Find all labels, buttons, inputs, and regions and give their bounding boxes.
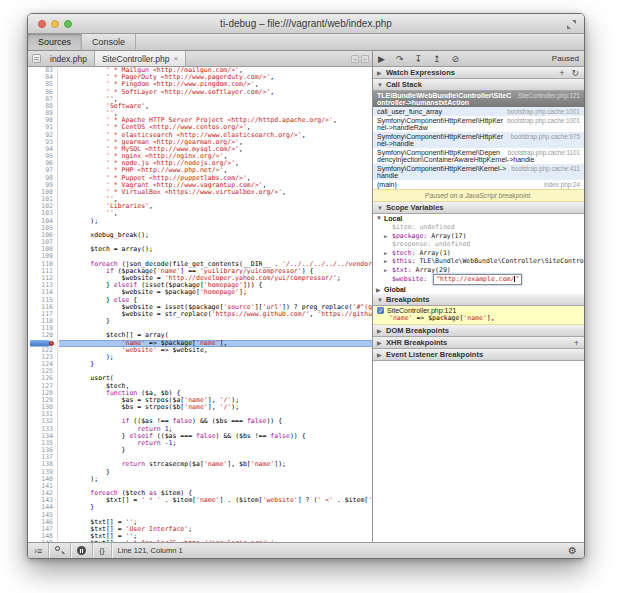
variable-value: undefined	[419, 223, 454, 231]
deactivate-breakpoints-button[interactable]: ⊘	[452, 52, 460, 66]
scope-variable-row[interactable]: $item: undefined	[373, 223, 584, 232]
code-line-140[interactable]: );	[59, 476, 372, 483]
collapse-triangle-icon[interactable]: ▶	[377, 349, 382, 361]
panel-tab-sources[interactable]: Sources	[28, 34, 82, 50]
collapse-triangle-icon[interactable]: ▶	[377, 337, 382, 349]
code-line-136[interactable]: }	[59, 447, 372, 454]
call-stack-frame[interactable]: bootstrap.php.cache:1101Symfony\Componen…	[373, 148, 584, 164]
refresh-watch-button[interactable]: ↻	[571, 67, 579, 79]
frame-location: SiteController.php:121	[518, 92, 580, 99]
scope-variable-row[interactable]: ▶$package: Array(17)	[373, 232, 584, 241]
resume-button[interactable]: ▶	[378, 52, 385, 66]
code-line-139[interactable]: }	[59, 469, 372, 476]
expand-triangle-icon[interactable]: ▼	[377, 79, 383, 91]
variable-name: $this:	[392, 257, 419, 265]
section-call-stack[interactable]: ▼ Call Stack	[373, 79, 584, 91]
frame-location: bootstrap.php.cache:975	[511, 133, 580, 140]
section-watch-expressions[interactable]: ▶ Watch Expressions + ↻	[373, 67, 584, 79]
tab-scroll-right-icon[interactable]: ▸	[361, 55, 369, 63]
frame-location: bootstrap.php.cache:411	[511, 165, 580, 172]
code-line-104[interactable]: );	[59, 218, 372, 225]
call-stack-frame[interactable]: SiteController.php:121TLE\Bundle\WebBund…	[373, 91, 584, 107]
panel-tab-console[interactable]: Console	[82, 34, 136, 50]
close-tab-icon[interactable]: ×	[173, 54, 178, 63]
code-line-103[interactable]: '',	[59, 210, 372, 217]
frame-location: bootstrap.php.cache:1001	[507, 108, 580, 115]
variable-value: Array(1)	[419, 249, 450, 257]
gutter-line-120[interactable]: 120	[28, 332, 57, 339]
section-dom-breakpoints[interactable]: ▶ DOM Breakpoints	[373, 325, 584, 337]
expand-triangle-icon[interactable]: ▼	[377, 294, 383, 306]
file-tab-index.php[interactable]: index.php	[43, 51, 95, 66]
scope-global-group[interactable]: ▶ Global	[373, 285, 584, 294]
scope-variable-row[interactable]: $response: undefined	[373, 240, 584, 249]
expand-triangle-icon[interactable]: ▼	[377, 202, 383, 214]
frame-location: bootstrap.php.cache:1101	[508, 149, 580, 156]
section-scope-variables[interactable]: ▼ Scope Variables	[373, 202, 584, 214]
debugger-sidebar: ▶↷↧↥⊘Paused ▶ Watch Expressions + ↻ ▼ Ca…	[372, 51, 584, 542]
code-line-124[interactable]: }	[59, 361, 372, 368]
breakpoint-entry[interactable]: ✓ SiteController.php:121 'name' => $pack…	[373, 306, 584, 325]
screen: ti-debug – file:///vagrant/web/index.php…	[0, 0, 628, 593]
scope-variable-row[interactable]: $website: "http://example.com/"	[373, 274, 584, 285]
file-navigator-icon[interactable]	[32, 54, 41, 63]
scope-variable-row[interactable]: ▶$tech: Array(1)	[373, 249, 584, 258]
code-line-143[interactable]: $txt[] = ' * ' . $item['name'] . ($item[…	[59, 497, 372, 504]
step-into-button[interactable]: ↧	[414, 52, 422, 66]
frame-location: bootstrap.php.cache:1001	[507, 117, 580, 124]
section-xhr-breakpoints[interactable]: ▶ XHR Breakpoints +	[373, 337, 584, 349]
breakpoint-checkbox[interactable]: ✓	[377, 307, 384, 314]
scope-local-group[interactable]: ▼ Local	[373, 214, 584, 223]
fullscreen-icon[interactable]	[567, 20, 576, 29]
file-tab-sitecontroller.php[interactable]: SiteController.php×	[94, 51, 186, 66]
expand-triangle-icon[interactable]: ▶	[384, 266, 387, 275]
section-breakpoints[interactable]: ▼ Breakpoints	[373, 294, 584, 306]
tab-scroll-left-icon[interactable]: ◂	[351, 55, 359, 63]
search-icon[interactable]	[49, 543, 70, 558]
collapse-triangle-icon[interactable]: ▶	[377, 325, 382, 337]
code-line-130[interactable]: $bs = strpos($b['name'], '/');	[59, 404, 372, 411]
cursor-position: Line 121, Column 1	[112, 546, 183, 555]
section-event-listener-breakpoints[interactable]: ▶ Event Listener Breakpoints	[373, 349, 584, 361]
call-stack-frame[interactable]: index.php:24(main)	[373, 180, 584, 189]
code-line-108[interactable]: $tech = array();	[59, 246, 372, 253]
call-stack-frame[interactable]: bootstrap.php.cache:411Symfony\Component…	[373, 164, 584, 180]
breakpoint-location: SiteController.php:121	[387, 307, 456, 314]
scope-variable-row[interactable]: ▶$this: TLE\Bundle\WebBundle\Controller\…	[373, 257, 584, 266]
frame-function: Symfony\Component\HttpKernel\HttpKernel-…	[377, 117, 503, 131]
expand-triangle-icon[interactable]: ▶	[384, 257, 387, 266]
add-watch-button[interactable]: +	[559, 67, 564, 79]
code-editor[interactable]: 8384858687888990919293949596979899100101…	[28, 67, 372, 542]
code-line-123[interactable]: );	[59, 354, 372, 361]
gutter[interactable]: 8384858687888990919293949596979899100101…	[28, 67, 58, 542]
status-bar: ›≡ {} Line 121, Column 1 ⚙	[28, 542, 584, 558]
pretty-print-button[interactable]: {}	[93, 543, 110, 558]
breakpoint-dot-icon[interactable]	[49, 341, 54, 346]
scope-variable-row[interactable]: ▶$txt: Array(29)	[373, 266, 584, 275]
variable-value-input[interactable]: "http://example.com/"	[433, 274, 522, 285]
step-over-button[interactable]: ↷	[396, 52, 404, 66]
toggle-console-button[interactable]: ›≡	[28, 543, 48, 558]
collapse-triangle-icon[interactable]: ▶	[376, 286, 381, 293]
pause-on-exceptions-button[interactable]	[71, 543, 92, 558]
collapse-triangle-icon[interactable]: ▶	[377, 67, 382, 79]
code-lines[interactable]: ' * Mailgun <http://mailgun.com/>', ' * …	[59, 67, 372, 542]
ti-debug-window: ti-debug – file:///vagrant/web/index.php…	[27, 13, 585, 559]
sidebar-empty-area	[373, 361, 584, 543]
call-stack-frame[interactable]: bootstrap.php.cache:975Symfony\Component…	[373, 132, 584, 148]
expand-triangle-icon[interactable]: ▶	[384, 232, 387, 241]
call-stack-frame[interactable]: bootstrap.php.cache:1001call_user_func_a…	[373, 107, 584, 116]
call-stack-frame[interactable]: bootstrap.php.cache:1001Symfony\Componen…	[373, 116, 584, 132]
code-line-106[interactable]: xdebug_break();	[59, 232, 372, 239]
scope-variables-pane: ▼ Local $item: undefined▶$package: Array…	[373, 214, 584, 294]
add-xhr-breakpoint-button[interactable]: +	[574, 337, 579, 349]
step-out-button[interactable]: ↥	[433, 52, 441, 66]
titlebar[interactable]: ti-debug – file:///vagrant/web/index.php	[28, 14, 584, 34]
settings-gear-icon[interactable]: ⚙	[568, 545, 584, 556]
code-line-118[interactable]: }	[59, 318, 372, 325]
frame-function: call_user_func_array	[377, 108, 442, 115]
code-line-144[interactable]: }	[59, 504, 372, 511]
frame-location: index.php:24	[544, 181, 580, 188]
expand-triangle-icon[interactable]: ▶	[384, 249, 387, 258]
expand-triangle-icon[interactable]: ▼	[376, 215, 382, 221]
